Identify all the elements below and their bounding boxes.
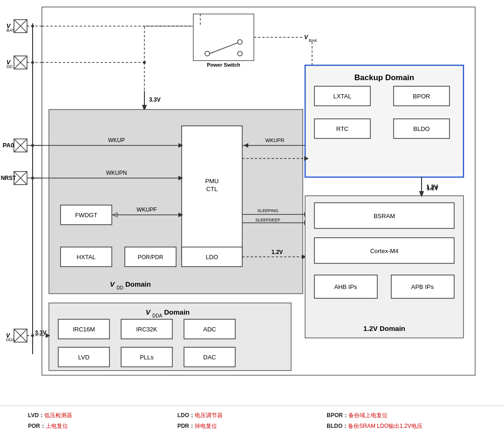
v12-backup-label: 1.2V — [427, 185, 438, 192]
v12-domain-label: 1.2V Domain — [363, 324, 405, 332]
diagram-container: V BAT V DD 3.3V — [0, 0, 504, 406]
vdda-voltage-label: 3.3V — [35, 330, 47, 336]
legend-col-3: BPOR：备份域上电复位 BLDO：备份SRAM LDO输出1.2V电压 — [327, 412, 476, 434]
svg-rect-24 — [193, 14, 254, 61]
hxtal-label: HXTAL — [77, 254, 96, 261]
legend-lvd-key: LVD： — [28, 412, 44, 419]
legend-pdr: PDR：掉电复位 — [177, 422, 327, 430]
lvd-label: LVD — [78, 354, 89, 361]
sleeping-label: SLEEPING — [257, 208, 278, 213]
svg-text:BAK: BAK — [309, 38, 317, 43]
legend-por: POR：上电复位 — [28, 422, 177, 430]
legend-bpor-val: 备份域上电复位 — [348, 412, 388, 419]
legend-lvd: LVD：低压检测器 — [28, 412, 177, 419]
bsram-label: BSRAM — [374, 213, 395, 220]
wkupf-label: WKUPF — [136, 206, 157, 213]
legend-ldo-key: LDO： — [177, 412, 195, 419]
svg-text:3.3V: 3.3V — [149, 96, 161, 103]
svg-point-99 — [31, 334, 34, 337]
legend-por-val: 上电复位 — [46, 423, 68, 429]
legend-ldo-val: 电压调节器 — [195, 412, 223, 419]
plls-label: PLLs — [140, 354, 154, 361]
v12-label-ldo: 1.2V — [272, 249, 283, 255]
legend-section: LVD：低压检测器 POR：上电复位 LDO：电压调节器 PDR：掉电复位 BP… — [0, 406, 504, 440]
rtc-label: RTC — [336, 125, 348, 132]
pmu-label: PMU — [205, 178, 219, 185]
ahb-ips-label: AHB IPs — [334, 283, 357, 290]
ctl-label: CTL — [206, 186, 218, 192]
legend-col-2: LDO：电压调节器 PDR：掉电复位 — [177, 412, 327, 434]
porpdr-label: POR/PDR — [138, 254, 163, 261]
svg-text:DDA: DDA — [6, 337, 15, 342]
svg-point-94 — [31, 61, 34, 64]
irc16m-label: IRC16M — [73, 326, 95, 333]
svg-point-93 — [31, 25, 34, 28]
adc-label: ADC — [203, 326, 216, 333]
svg-text:PA0: PA0 — [3, 142, 14, 149]
legend-por-key: POR： — [28, 423, 46, 429]
legend-pdr-key: PDR： — [177, 423, 195, 429]
legend-bldo-val: 备份SRAM LDO输出1.2V电压 — [348, 423, 422, 429]
cortex-m4-label: Cortex-M4 — [370, 248, 399, 254]
sleepdeep-label: SLEEPDEEP — [255, 218, 280, 222]
wkupr-label: WKUPR — [266, 138, 285, 143]
svg-text:BAT: BAT — [7, 28, 14, 33]
legend-col-1: LVD：低压检测器 POR：上电复位 — [28, 412, 177, 434]
irc32k-label: IRC32K — [136, 326, 157, 333]
svg-text:NRST: NRST — [1, 175, 16, 181]
wkup-label: WKUP — [108, 137, 125, 144]
fwdgt-label: FWDGT — [75, 212, 97, 219]
backup-domain-title: Backup Domain — [354, 73, 414, 82]
dac-label: DAC — [203, 354, 216, 361]
bpor-label: BPOR — [413, 93, 430, 100]
wkupn-label: WKUPN — [106, 170, 127, 176]
ldo-label: LDO — [206, 254, 218, 261]
legend-bldo: BLDO：备份SRAM LDO输出1.2V电压 — [327, 422, 476, 430]
legend-lvd-val: 低压检测器 — [44, 412, 72, 419]
svg-text:DD: DD — [7, 64, 13, 69]
legend-pdr-val: 掉电复位 — [195, 423, 217, 429]
svg-text:V: V — [304, 34, 308, 41]
apb-ips-label: APB IPs — [411, 283, 434, 290]
legend-ldo: LDO：电压调节器 — [177, 412, 327, 419]
legend-bpor-key: BPOR： — [327, 412, 348, 419]
legend-bpor: BPOR：备份域上电复位 — [327, 412, 476, 419]
lxtal-label: LXTAL — [334, 93, 352, 100]
power-switch-label: Power Switch — [207, 62, 240, 68]
bldo-label: BLDO — [413, 125, 429, 132]
legend-bldo-key: BLDO： — [327, 423, 348, 429]
